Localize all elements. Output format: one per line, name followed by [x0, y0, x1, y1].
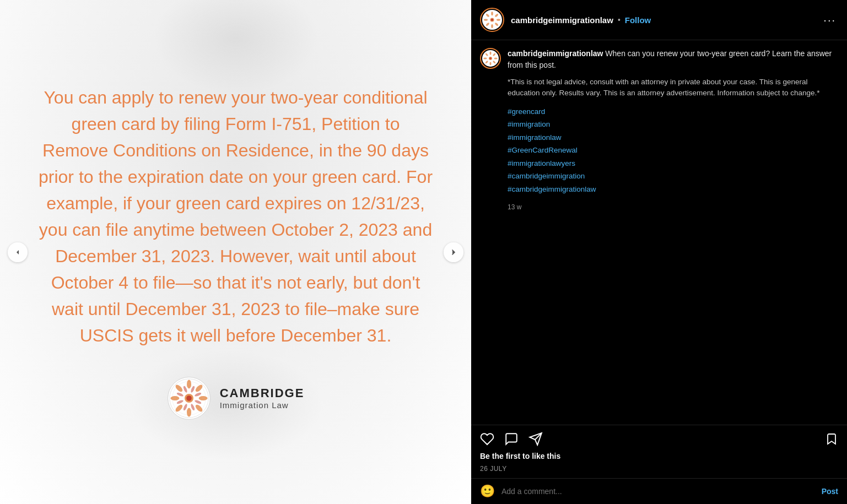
hashtag: #cambridgeimmigration: [508, 170, 838, 182]
caption-timestamp: 13 w: [508, 202, 838, 212]
logo-area: CAMBRIDGE Immigration Law: [167, 376, 305, 420]
separator: •: [618, 15, 621, 24]
emoji-button[interactable]: 🙂: [480, 484, 495, 498]
caption-text: cambridgeimmigrationlaw When can you ren…: [508, 48, 838, 212]
hashtag: #cambridgeimmigrationlaw: [508, 183, 838, 196]
comment-input[interactable]: [501, 487, 815, 496]
caption-avatar: [480, 48, 501, 69]
header-username: cambridgeimmigrationlaw: [511, 15, 613, 25]
post-button[interactable]: Post: [822, 487, 838, 496]
actions-bar: [471, 425, 847, 451]
sidebar-panel: cambridgeimmigrationlaw • Follow ···: [471, 0, 847, 504]
hashtag: #GreenCardRenewal: [508, 144, 838, 156]
svg-point-32: [491, 19, 493, 21]
post-image-panel: You can apply to renew your two-year con…: [0, 0, 471, 504]
date-row: 26 JULY: [471, 465, 847, 478]
svg-point-29: [484, 19, 488, 21]
logo-cambridge: CAMBRIDGE: [220, 386, 305, 400]
svg-point-34: [490, 51, 492, 55]
hashtag: #immigrationlaw: [508, 132, 838, 144]
hashtag: #immigration: [508, 118, 838, 131]
next-arrow[interactable]: [444, 242, 463, 262]
logo-sub: Immigration Law: [220, 400, 289, 410]
svg-point-23: [491, 12, 493, 15]
username-follow-row: cambridgeimmigrationlaw • Follow: [511, 15, 814, 25]
svg-point-25: [497, 19, 500, 21]
like-button[interactable]: [480, 432, 494, 446]
prev-arrow[interactable]: [8, 242, 28, 262]
svg-point-40: [483, 58, 487, 59]
likes-row: Be the first to like this: [471, 451, 847, 465]
logo-text: CAMBRIDGE Immigration Law: [220, 386, 305, 410]
svg-point-20: [186, 395, 192, 401]
main-text: You can apply to renew your two-year con…: [37, 84, 434, 349]
hashtag: #immigrationlawyers: [508, 158, 838, 170]
post-header: cambridgeimmigrationlaw • Follow ···: [471, 0, 847, 40]
follow-button[interactable]: Follow: [625, 15, 651, 25]
bookmark-button[interactable]: [825, 432, 838, 446]
caption-disclaimer: *This is not legal advice, consult with …: [508, 77, 838, 99]
svg-point-5: [198, 396, 207, 400]
share-button[interactable]: [528, 432, 543, 446]
comment-box: 🙂 Post: [471, 478, 847, 504]
svg-point-9: [170, 396, 179, 400]
likes-prefix: Be the first to: [480, 452, 532, 460]
svg-point-27: [491, 24, 493, 28]
more-options-button[interactable]: ···: [821, 14, 838, 26]
heart-icon: [480, 432, 494, 446]
comment-icon: [504, 432, 519, 446]
hashtags: #greencard#immigration#immigrationlaw#Gr…: [508, 106, 838, 196]
svg-point-7: [187, 408, 191, 416]
comment-button[interactable]: [504, 432, 519, 446]
bookmark-icon: [825, 432, 838, 446]
header-avatar: [480, 8, 504, 32]
svg-point-38: [490, 62, 492, 66]
share-icon: [528, 432, 543, 446]
svg-point-3: [187, 380, 191, 388]
caption-header: cambridgeimmigrationlaw When can you ren…: [480, 48, 838, 212]
caption-username: cambridgeimmigrationlaw: [508, 49, 603, 58]
likes-bold: like this: [532, 452, 560, 460]
hashtag: #greencard: [508, 106, 838, 118]
svg-point-43: [489, 57, 492, 59]
svg-point-36: [494, 58, 498, 59]
logo-mandala: [167, 376, 211, 420]
post-content: You can apply to renew your two-year con…: [0, 62, 471, 442]
caption-area: cambridgeimmigrationlaw When can you ren…: [471, 40, 847, 425]
